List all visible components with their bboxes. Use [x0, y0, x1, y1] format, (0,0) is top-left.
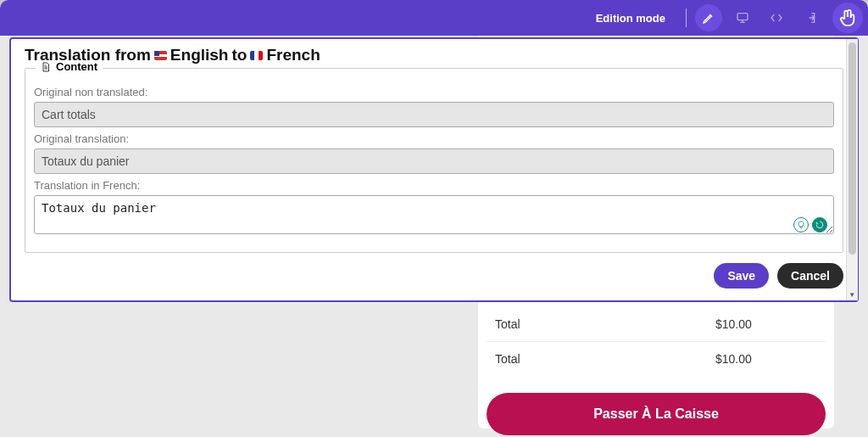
- code-icon: [770, 11, 783, 25]
- translation-modal: Translation from English to French Conte…: [9, 37, 859, 302]
- mode-label: Edition mode: [596, 12, 665, 25]
- original-non-translated-input: [34, 102, 834, 127]
- cart-row-label: Total: [495, 352, 715, 366]
- modal-scrollbar[interactable]: ▾: [846, 39, 858, 300]
- save-button[interactable]: Save: [714, 263, 769, 289]
- cart-row-label: Total: [495, 317, 715, 331]
- lang-to: French: [266, 46, 320, 64]
- cart-row-value: $10.00: [715, 317, 817, 331]
- hand-icon: [838, 8, 857, 27]
- cart-row: Total $10.00: [487, 307, 826, 341]
- modal-actions: Save Cancel: [25, 263, 843, 289]
- lang-from: English: [170, 46, 229, 64]
- checkout-button[interactable]: Passer À La Caisse: [487, 393, 826, 435]
- pencil-icon: [702, 11, 715, 25]
- textarea-badges: [793, 217, 827, 233]
- history-icon: [815, 221, 824, 229]
- fieldset-legend: Content: [36, 60, 103, 73]
- translation-in-french-input[interactable]: [34, 195, 834, 234]
- flag-us-icon: [154, 51, 167, 60]
- cart-row: Total $10.00: [487, 341, 826, 376]
- history-badge[interactable]: [812, 217, 827, 233]
- desktop-button[interactable]: [729, 4, 756, 31]
- modal-title: Translation from English to French: [25, 46, 843, 64]
- suggestion-badge[interactable]: [793, 217, 809, 233]
- pencil-button[interactable]: [695, 4, 722, 31]
- svg-rect-0: [737, 14, 748, 20]
- lightbulb-icon: [797, 221, 805, 229]
- scrollbar-down-arrow[interactable]: ▾: [847, 289, 858, 300]
- top-toolbar: Edition mode: [0, 0, 868, 36]
- flag-fr-icon: [250, 51, 263, 60]
- title-to: to: [231, 46, 247, 64]
- brand-avatar[interactable]: [832, 3, 863, 33]
- desktop-icon: [736, 11, 749, 25]
- code-button[interactable]: [763, 4, 790, 31]
- original-translation-input: [34, 148, 834, 174]
- content-fieldset: Content Original non translated: Origina…: [25, 68, 843, 253]
- label-original-translation: Original translation:: [34, 132, 834, 145]
- cancel-button[interactable]: Cancel: [777, 263, 843, 289]
- toolbar-separator: [686, 8, 687, 27]
- scrollbar-thumb[interactable]: [849, 42, 856, 255]
- cart-row-value: $10.00: [715, 352, 817, 366]
- checkout-button-label: Passer À La Caisse: [593, 406, 719, 422]
- document-icon: [41, 61, 51, 73]
- exit-button[interactable]: [797, 4, 824, 31]
- label-original-non-translated: Original non translated:: [34, 86, 834, 98]
- legend-label: Content: [56, 60, 97, 73]
- exit-icon: [804, 11, 817, 25]
- label-translation-in-french: Translation in French:: [34, 179, 834, 192]
